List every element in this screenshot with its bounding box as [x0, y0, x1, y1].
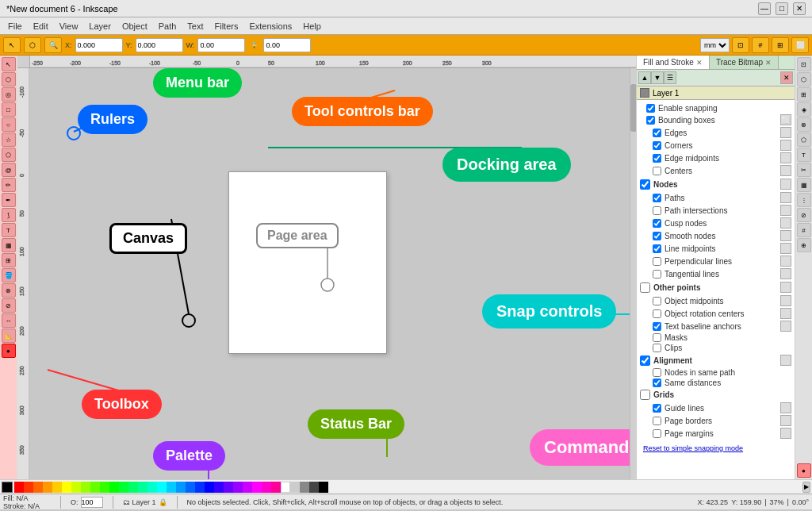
menu-file[interactable]: File — [3, 20, 27, 33]
snap-tb-10[interactable]: ⋮ — [797, 193, 811, 207]
snap-tb-8[interactable]: ✂ — [797, 163, 811, 177]
snap-rotation-centers-checkbox[interactable] — [653, 309, 661, 318]
tool-calligraphy[interactable]: ⟆ — [2, 208, 16, 222]
tab-trace-bitmap[interactable]: Trace Bitmap ✕ — [710, 56, 779, 69]
swatch-black[interactable] — [319, 482, 328, 493]
swatch-20[interactable] — [243, 482, 252, 493]
tool-eraser[interactable]: ⊘ — [2, 298, 16, 313]
tc-lock-icon[interactable]: 🔒 — [250, 41, 259, 49]
canvas-content[interactable]: Menu bar Tool controls bar Rulers Canvas… — [30, 68, 636, 479]
snap-tb-13[interactable]: ⊕ — [797, 238, 811, 252]
menu-help[interactable]: Help — [298, 20, 326, 33]
tc-node-btn[interactable]: ⬡ — [24, 37, 41, 53]
swatch-gray[interactable] — [300, 482, 309, 493]
canvas-area[interactable]: -250 -200 -150 -100 -50 0 50 100 150 200… — [17, 56, 636, 479]
swatch-lgray[interactable] — [290, 482, 300, 493]
tc-grid-btn[interactable]: # — [752, 37, 769, 53]
swatch-22[interactable] — [271, 482, 281, 493]
swatch-2[interactable] — [33, 482, 43, 493]
swatch-12[interactable] — [147, 482, 157, 493]
tool-rect[interactable]: □ — [2, 102, 16, 117]
swatch-dgray[interactable] — [309, 482, 319, 493]
palette-scroll[interactable]: ▶ — [802, 482, 810, 493]
swatch-white[interactable] — [281, 482, 290, 493]
snap-page-borders-checkbox[interactable] — [653, 417, 661, 425]
snap-tb-4[interactable]: ◈ — [797, 102, 811, 117]
snap-smooth-nodes-checkbox[interactable] — [653, 232, 661, 240]
panel-nav-up[interactable]: ▲ — [638, 71, 651, 84]
tool-text[interactable]: T — [2, 223, 16, 237]
snap-page-margins-checkbox[interactable] — [653, 429, 661, 438]
swatch-19[interactable] — [233, 482, 243, 493]
swatch-10[interactable] — [128, 482, 138, 493]
tool-measure[interactable]: 📐 — [2, 328, 16, 343]
snap-grids-checkbox[interactable] — [640, 390, 650, 400]
menu-path[interactable]: Path — [154, 20, 182, 33]
snap-tb-12[interactable]: # — [797, 223, 811, 237]
tool-mesh[interactable]: ⊞ — [2, 253, 16, 267]
swatch-red[interactable] — [14, 482, 24, 493]
snap-perpendicular-checkbox[interactable] — [653, 257, 661, 266]
snap-line-midpoints-checkbox[interactable] — [653, 244, 661, 253]
tool-pen[interactable]: ✒ — [2, 193, 16, 207]
tc-zoom-btn[interactable]: 🔍 — [44, 37, 62, 53]
snap-object-midpoints-checkbox[interactable] — [653, 297, 661, 305]
snap-bounding-checkbox[interactable] — [646, 116, 655, 125]
snap-same-path-checkbox[interactable] — [653, 368, 661, 377]
snap-tb-11[interactable]: ⊘ — [797, 208, 811, 222]
snap-tb-7[interactable]: T — [797, 148, 811, 162]
swatch-1[interactable] — [24, 482, 33, 493]
tc-border-btn[interactable]: ⬜ — [791, 37, 809, 53]
swatch-17[interactable] — [214, 482, 224, 493]
swatch-21[interactable] — [262, 482, 271, 493]
swatch-11[interactable] — [138, 482, 147, 493]
tool-zoom[interactable]: ◎ — [2, 87, 16, 102]
snap-centers-checkbox[interactable] — [653, 167, 661, 175]
tc-y-input[interactable] — [136, 38, 183, 52]
snap-edges-checkbox[interactable] — [653, 129, 661, 137]
snap-clips-checkbox[interactable] — [653, 344, 661, 352]
snap-paths-checkbox[interactable] — [653, 194, 661, 202]
snap-tb-2[interactable]: ⬡ — [797, 72, 811, 86]
swatch-18[interactable] — [224, 482, 233, 493]
tool-pencil[interactable]: ✏ — [2, 178, 16, 192]
snap-corners-checkbox[interactable] — [653, 141, 661, 150]
tc-h-input[interactable] — [263, 38, 311, 52]
tc-w-input[interactable] — [197, 38, 245, 52]
swatch-6[interactable] — [81, 482, 90, 493]
swatch-13[interactable] — [167, 482, 176, 493]
panel-nav-down[interactable]: ▼ — [651, 71, 664, 84]
swatch-magenta[interactable] — [252, 482, 262, 493]
tc-guide-btn[interactable]: ⊞ — [772, 37, 789, 53]
tool-fill[interactable]: 🪣 — [2, 268, 16, 282]
snap-guide-lines-checkbox[interactable] — [653, 404, 661, 413]
snap-enable-checkbox[interactable] — [646, 104, 655, 113]
menu-object[interactable]: Object — [117, 20, 152, 33]
snap-nodes-checkbox[interactable] — [640, 179, 650, 190]
snap-tb-9[interactable]: ▦ — [797, 178, 811, 192]
menu-text[interactable]: Text — [182, 20, 208, 33]
snap-edge-midpoints-checkbox[interactable] — [653, 154, 661, 163]
tab-fill-stroke[interactable]: Fill and Stroke ✕ — [637, 56, 710, 69]
tc-snap-btn[interactable]: ⊡ — [732, 37, 749, 53]
swatch-4[interactable] — [52, 482, 62, 493]
maximize-button[interactable]: □ — [776, 2, 788, 15]
tool-spray[interactable]: ⊗ — [2, 283, 16, 298]
snap-tb-1[interactable]: ⊡ — [797, 57, 811, 71]
tool-ellipse[interactable]: ○ — [2, 117, 16, 132]
panel-close[interactable]: ✕ — [780, 71, 793, 84]
snap-tb-3[interactable]: ⊞ — [797, 87, 811, 102]
swatch-5[interactable] — [71, 482, 81, 493]
unit-select[interactable]: mmpxpt — [700, 38, 730, 52]
snap-tb-color[interactable]: ● — [797, 463, 811, 478]
menu-filters[interactable]: Filters — [210, 20, 243, 33]
tool-spiral[interactable]: @ — [2, 163, 16, 177]
swatch-3[interactable] — [43, 482, 52, 493]
menu-view[interactable]: View — [55, 20, 83, 33]
swatch-cyan[interactable] — [157, 482, 167, 493]
snap-cusp-nodes-checkbox[interactable] — [653, 219, 661, 228]
menu-layer[interactable]: Layer — [84, 20, 116, 33]
snap-reset-link[interactable]: Reset to simple snapping mode — [643, 444, 743, 452]
tool-3d-box[interactable]: ⬠ — [2, 148, 16, 162]
snap-tb-5[interactable]: ⊗ — [797, 117, 811, 132]
